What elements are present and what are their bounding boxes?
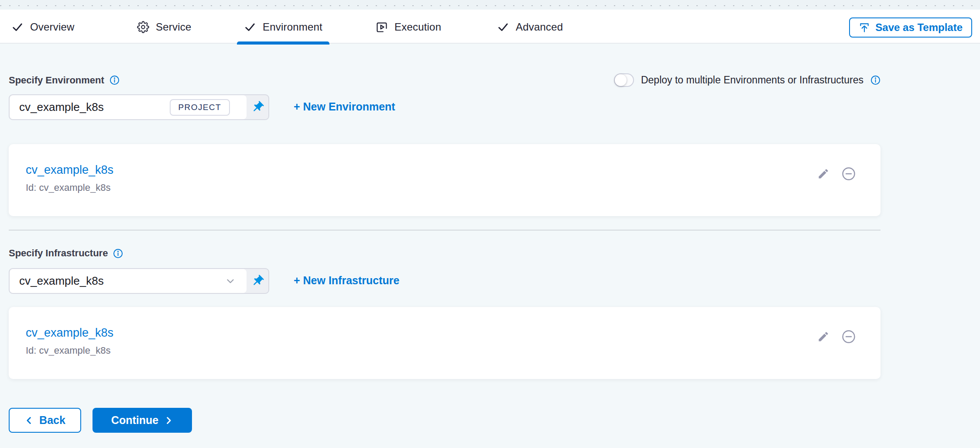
- specify-infrastructure-label: Specify Infrastructure: [9, 248, 108, 259]
- toggle-knob: [615, 74, 627, 86]
- environment-input[interactable]: [19, 100, 170, 114]
- tab-execution-label: Execution: [394, 21, 441, 33]
- pin-icon: [251, 100, 264, 114]
- upload-icon: [859, 22, 870, 33]
- check-icon: [244, 21, 256, 33]
- chevron-down-icon: [225, 276, 236, 287]
- infrastructure-pin-button[interactable]: [247, 269, 268, 293]
- infrastructure-label-row: Specify Infrastructure: [9, 248, 881, 259]
- info-icon[interactable]: [113, 248, 123, 258]
- environment-card: cv_example_k8s Id: cv_example_k8s: [9, 144, 881, 216]
- play-square-icon: [376, 21, 388, 33]
- section-divider: [9, 230, 881, 231]
- tab-service-label: Service: [156, 21, 191, 33]
- tab-overview[interactable]: Overview: [1, 10, 85, 45]
- pin-icon: [251, 274, 264, 288]
- infrastructure-card-title-link[interactable]: cv_example_k8s: [26, 326, 113, 340]
- tab-advanced[interactable]: Advanced: [487, 10, 573, 45]
- continue-button[interactable]: Continue: [93, 408, 192, 433]
- info-icon[interactable]: [110, 75, 120, 85]
- tab-execution[interactable]: Execution: [365, 10, 452, 45]
- check-icon: [497, 21, 509, 33]
- remove-environment-button[interactable]: [841, 166, 857, 182]
- new-environment-link[interactable]: + New Environment: [294, 100, 395, 113]
- tab-service[interactable]: Service: [127, 10, 202, 45]
- infrastructure-card: cv_example_k8s Id: cv_example_k8s: [9, 307, 881, 379]
- infrastructure-card-id: Id: cv_example_k8s: [26, 345, 881, 356]
- tab-environment[interactable]: Environment: [233, 10, 333, 45]
- edit-environment-button[interactable]: [817, 168, 829, 180]
- new-infrastructure-link[interactable]: + New Infrastructure: [294, 274, 399, 287]
- save-as-template-button[interactable]: Save as Template: [849, 17, 972, 38]
- tab-environment-label: Environment: [263, 21, 322, 33]
- infrastructure-card-actions: [817, 329, 857, 345]
- environment-label-row: Specify Environment Deploy to multiple E…: [9, 73, 881, 87]
- remove-infrastructure-button[interactable]: [841, 329, 857, 345]
- info-icon[interactable]: [870, 75, 881, 85]
- infrastructure-select-value: cv_example_k8s: [19, 274, 225, 288]
- chevron-right-icon: [164, 416, 173, 425]
- minus-circle-icon: [841, 329, 857, 345]
- back-button-label: Back: [39, 414, 65, 427]
- save-as-template-label: Save as Template: [875, 21, 963, 34]
- top-dashed-strip: [0, 0, 980, 10]
- multi-environment-toggle-label: Deploy to multiple Environments or Infra…: [641, 74, 863, 86]
- edit-infrastructure-button[interactable]: [817, 331, 829, 343]
- wizard-footer: Back Continue: [9, 408, 192, 433]
- gear-icon: [137, 21, 149, 33]
- minus-circle-icon: [841, 166, 857, 182]
- continue-button-label: Continue: [111, 414, 158, 427]
- environment-card-title-link[interactable]: cv_example_k8s: [26, 163, 113, 177]
- multi-environment-toggle[interactable]: [614, 73, 634, 87]
- pencil-icon: [817, 331, 829, 343]
- check-icon: [11, 21, 24, 33]
- environment-pin-button[interactable]: [247, 95, 268, 119]
- stage-tabbar: Overview Service Environment Execution A…: [0, 10, 980, 44]
- tab-overview-label: Overview: [30, 21, 75, 33]
- environment-stage-page: Overview Service Environment Execution A…: [0, 0, 980, 448]
- specify-environment-label: Specify Environment: [9, 75, 104, 86]
- back-button[interactable]: Back: [9, 408, 81, 433]
- chevron-left-icon: [24, 416, 34, 425]
- environment-card-id: Id: cv_example_k8s: [26, 182, 881, 193]
- environment-select-control: PROJECT: [9, 94, 269, 120]
- environment-input-wrap: PROJECT: [10, 95, 247, 119]
- infrastructure-select[interactable]: cv_example_k8s: [10, 269, 247, 293]
- pencil-icon: [817, 168, 829, 180]
- multi-environment-toggle-group: Deploy to multiple Environments or Infra…: [614, 73, 881, 87]
- infrastructure-select-control: cv_example_k8s: [9, 268, 269, 294]
- scope-badge: PROJECT: [170, 99, 230, 116]
- environment-card-actions: [817, 166, 857, 182]
- tab-advanced-label: Advanced: [516, 21, 563, 33]
